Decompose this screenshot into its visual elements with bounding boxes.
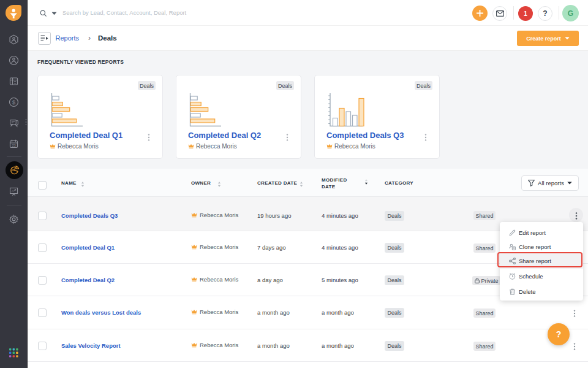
svg-text:23: 23: [12, 144, 15, 147]
svg-text:$: $: [12, 99, 15, 105]
